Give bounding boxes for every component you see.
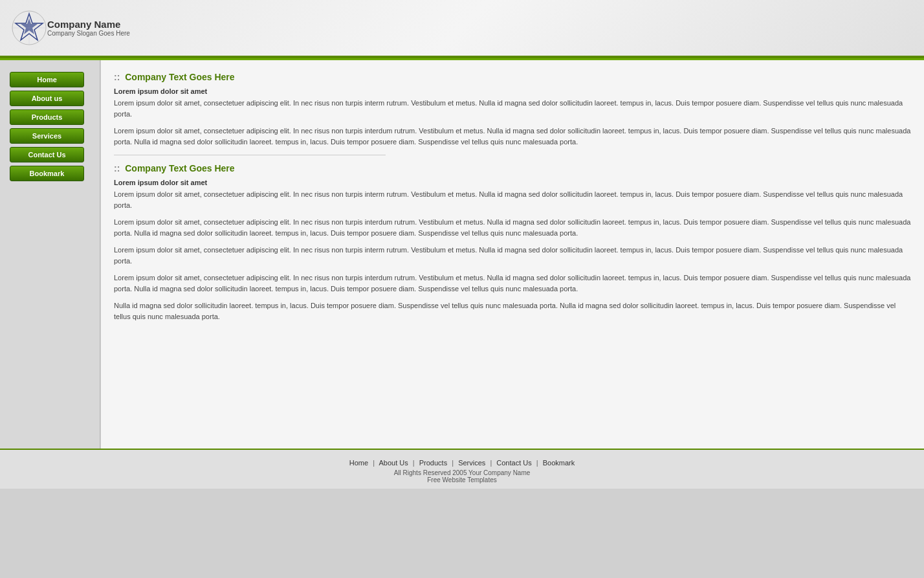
nav-products[interactable]: Products (10, 109, 84, 125)
footer-link-about[interactable]: About Us (379, 459, 408, 467)
section2-title-text: Company Text Goes Here (125, 163, 234, 173)
section1-subheading: Lorem ipsum dolor sit amet (114, 87, 911, 95)
section-divider (114, 155, 386, 155)
footer-link-home[interactable]: Home (349, 459, 368, 467)
logo-area: Company Name Company Slogan Goes Here (12, 10, 130, 46)
footer-links: Home | About Us | Products | Services | … (0, 459, 924, 467)
section1-para2: Lorem ipsum dolor sit amet, consectetuer… (114, 126, 911, 147)
section2-para2: Lorem ipsum dolor sit amet, consectetuer… (114, 217, 911, 238)
footer: Home | About Us | Products | Services | … (0, 449, 924, 489)
nav-services[interactable]: Services (10, 128, 84, 144)
footer-link-services[interactable]: Services (458, 459, 485, 467)
section2-para3: Lorem ipsum dolor sit amet, consectetuer… (114, 245, 911, 266)
nav-about[interactable]: About us (10, 91, 84, 106)
main-wrapper: Home About us Products Services Contact … (0, 60, 924, 449)
footer-sub-copyright: Free Website Templates (0, 476, 924, 484)
section-2: :: Company Text Goes Here Lorem ipsum do… (114, 163, 911, 322)
nav-bookmark[interactable]: Bookmark (10, 166, 84, 181)
section2-title: :: Company Text Goes Here (114, 163, 911, 173)
footer-link-contact[interactable]: Contact Us (496, 459, 531, 467)
section-1: :: Company Text Goes Here Lorem ipsum do… (114, 72, 911, 147)
section1-prefix: :: (114, 72, 120, 82)
section2-para5: Nulla id magna sed dolor sollicitudin la… (114, 300, 911, 322)
section1-para1: Lorem ipsum dolor sit amet, consectetuer… (114, 98, 911, 119)
sidebar: Home About us Products Services Contact … (0, 60, 100, 449)
section2-para4: Lorem ipsum dolor sit amet, consectetuer… (114, 272, 911, 294)
section2-subheading: Lorem ipsum dolor sit amet (114, 179, 911, 186)
footer-link-bookmark[interactable]: Bookmark (543, 459, 575, 467)
footer-link-products[interactable]: Products (419, 459, 447, 467)
content-area: :: Company Text Goes Here Lorem ipsum do… (100, 60, 924, 449)
nav-contact[interactable]: Contact Us (10, 147, 84, 162)
section1-title-text: Company Text Goes Here (125, 72, 234, 82)
section2-prefix: :: (114, 163, 120, 173)
section2-para1: Lorem ipsum dolor sit amet, consectetuer… (114, 189, 911, 210)
header: Company Name Company Slogan Goes Here (0, 0, 924, 58)
footer-copyright: All Rights Reserved 2005 Your Company Na… (0, 469, 924, 476)
company-slogan: Company Slogan Goes Here (47, 30, 130, 37)
nav-home[interactable]: Home (10, 72, 84, 87)
section1-title: :: Company Text Goes Here (114, 72, 911, 82)
company-name: Company Name (47, 19, 130, 30)
company-info: Company Name Company Slogan Goes Here (47, 19, 130, 37)
company-logo-icon (12, 10, 47, 46)
